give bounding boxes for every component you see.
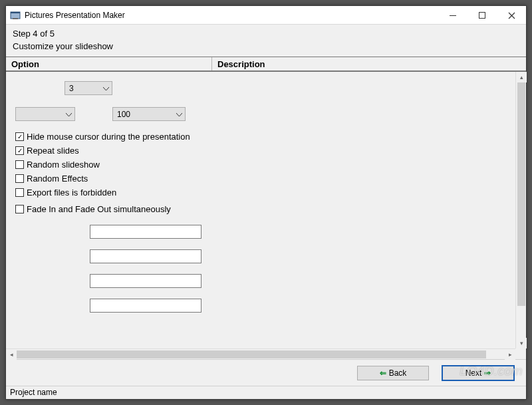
horizontal-scrollbar[interactable]: ◂ ▸ [6, 348, 515, 359]
options-content: 3 100 [6, 72, 515, 348]
wizard-nav: ⇐ Back Next ⇒ [6, 359, 526, 386]
combo-top[interactable]: 3 [65, 81, 112, 95]
checkbox-label: Random Effects [27, 174, 88, 184]
status-bar: Project name [6, 386, 526, 399]
step-subtitle: Customize your slideshow [13, 41, 519, 51]
scroll-up-icon[interactable]: ▴ [516, 72, 527, 82]
wizard-header: Step 4 of 5 Customize your slideshow [6, 25, 526, 57]
text-field-2[interactable] [90, 249, 201, 263]
chevron-down-icon [103, 84, 109, 93]
checkbox-label: Hide mouse cursor during the presentatio… [27, 132, 190, 142]
window-title: Pictures Presentation Maker [25, 11, 125, 20]
checkbox-icon: ✓ [15, 132, 24, 141]
checkbox-icon [15, 205, 24, 213]
svg-rect-1 [11, 12, 20, 13]
checkbox-icon [15, 160, 24, 169]
combo-left[interactable] [15, 107, 75, 121]
app-window: Pictures Presentation Maker Step 4 of 5 … [5, 5, 527, 400]
checkbox-random-effects[interactable]: Random Effects [6, 174, 511, 184]
checkbox-label: Repeat slides [27, 146, 79, 156]
svg-rect-4 [479, 13, 485, 19]
chevron-down-icon [66, 110, 72, 119]
chevron-down-icon [176, 110, 182, 119]
checkbox-random-slideshow[interactable]: Random slideshow [6, 160, 511, 170]
scroll-left-icon[interactable]: ◂ [6, 349, 17, 360]
window-controls [438, 6, 526, 25]
arrow-right-icon: ⇒ [484, 368, 491, 378]
options-panel: 3 100 [6, 72, 526, 359]
text-field-1[interactable] [90, 225, 201, 239]
checkbox-label: Fade In and Fade Out simultaneously [27, 204, 171, 214]
scroll-thumb[interactable] [517, 82, 525, 306]
text-field-3[interactable] [90, 274, 201, 288]
column-option: Option [6, 57, 212, 70]
svg-rect-3 [450, 15, 456, 16]
scroll-corner [515, 348, 526, 359]
text-field-4[interactable] [90, 299, 201, 313]
back-button[interactable]: ⇐ Back [357, 366, 429, 380]
checkbox-fade-simultaneous[interactable]: Fade In and Fade Out simultaneously [6, 204, 511, 214]
scroll-thumb[interactable] [17, 350, 486, 358]
next-button[interactable]: Next ⇒ [442, 366, 514, 380]
maximize-button[interactable] [467, 6, 497, 25]
minimize-button[interactable] [438, 6, 467, 25]
checkbox-label: Export files is forbidden [27, 188, 116, 198]
checkbox-hide-cursor[interactable]: ✓ Hide mouse cursor during the presentat… [6, 132, 511, 142]
scroll-down-icon[interactable]: ▾ [516, 338, 527, 348]
scroll-right-icon[interactable]: ▸ [505, 349, 515, 360]
svg-rect-2 [13, 18, 18, 19]
checkbox-label: Random slideshow [27, 160, 100, 170]
checkbox-repeat-slides[interactable]: ✓ Repeat slides [6, 146, 511, 156]
combo-right[interactable]: 100 [112, 107, 186, 121]
vertical-scrollbar[interactable]: ▴ ▾ [515, 72, 526, 348]
checkbox-icon: ✓ [15, 146, 24, 155]
arrow-left-icon: ⇐ [380, 368, 386, 378]
column-description: Description [212, 57, 526, 70]
step-indicator: Step 4 of 5 [13, 29, 519, 39]
status-text: Project name [10, 388, 57, 397]
title-bar: Pictures Presentation Maker [6, 6, 526, 25]
checkbox-icon [15, 174, 24, 183]
app-icon [10, 10, 21, 21]
column-headers: Option Description [6, 57, 526, 72]
checkbox-icon [15, 188, 24, 197]
close-button[interactable] [497, 6, 526, 25]
checkbox-export-forbidden[interactable]: Export files is forbidden [6, 188, 511, 198]
